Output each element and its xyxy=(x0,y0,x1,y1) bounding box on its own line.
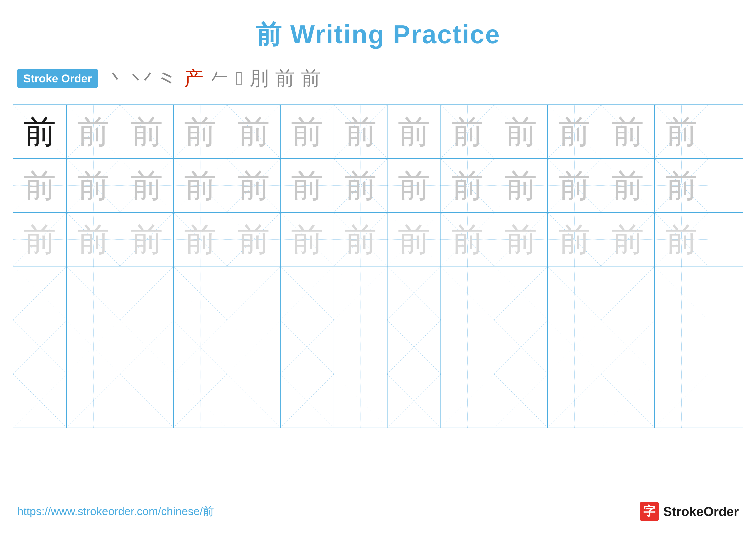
grid-cell-4-12[interactable]: 前 xyxy=(655,320,708,374)
practice-character: 前 xyxy=(24,169,56,202)
footer-url[interactable]: https://www.strokeorder.com/chinese/前 xyxy=(17,504,214,519)
grid-cell-0-10[interactable]: 前 xyxy=(548,105,601,158)
grid-row-2[interactable]: 前 前 前 前 前 前 前 前 前 前 xyxy=(14,213,742,267)
grid-cell-2-10[interactable]: 前 xyxy=(548,213,601,266)
grid-row-3[interactable]: 前 前 前 前 前 前 前 前 前 前 xyxy=(14,267,742,320)
practice-character: 前 xyxy=(77,169,109,202)
grid-cell-3-9[interactable]: 前 xyxy=(494,267,548,320)
grid-cell-5-6[interactable]: 前 xyxy=(334,374,388,428)
grid-cell-1-1[interactable]: 前 xyxy=(67,159,120,212)
grid-cell-4-11[interactable]: 前 xyxy=(601,320,655,374)
grid-cell-3-1[interactable]: 前 xyxy=(67,267,120,320)
practice-character: 前 xyxy=(237,277,270,309)
grid-cell-2-6[interactable]: 前 xyxy=(334,213,388,266)
grid-row-1[interactable]: 前 前 前 前 前 前 前 前 前 前 xyxy=(14,159,742,213)
grid-cell-1-6[interactable]: 前 xyxy=(334,159,388,212)
practice-character: 前 xyxy=(398,115,430,148)
grid-cell-1-9[interactable]: 前 xyxy=(494,159,548,212)
grid-cell-3-4[interactable]: 前 xyxy=(227,267,281,320)
grid-cell-2-8[interactable]: 前 xyxy=(441,213,494,266)
grid-cell-4-1[interactable]: 前 xyxy=(67,320,120,374)
grid-cell-2-7[interactable]: 前 xyxy=(388,213,441,266)
grid-cell-2-1[interactable]: 前 xyxy=(67,213,120,266)
grid-cell-3-7[interactable]: 前 xyxy=(388,267,441,320)
grid-cell-5-7[interactable]: 前 xyxy=(388,374,441,428)
practice-character: 前 xyxy=(184,385,216,417)
grid-row-5[interactable]: 前 前 前 前 前 前 前 前 前 前 xyxy=(14,374,742,428)
grid-cell-0-9[interactable]: 前 xyxy=(494,105,548,158)
grid-cell-1-12[interactable]: 前 xyxy=(655,159,708,212)
practice-character: 前 xyxy=(184,223,216,255)
grid-cell-3-6[interactable]: 前 xyxy=(334,267,388,320)
grid-cell-0-1[interactable]: 前 xyxy=(67,105,120,158)
grid-cell-2-4[interactable]: 前 xyxy=(227,213,281,266)
grid-cell-2-9[interactable]: 前 xyxy=(494,213,548,266)
grid-cell-5-0[interactable]: 前 xyxy=(14,374,67,428)
grid-cell-5-8[interactable]: 前 xyxy=(441,374,494,428)
grid-cell-3-12[interactable]: 前 xyxy=(655,267,708,320)
grid-cell-5-2[interactable]: 前 xyxy=(120,374,174,428)
grid-cell-3-10[interactable]: 前 xyxy=(548,267,601,320)
grid-cell-0-0[interactable]: 前 xyxy=(14,105,67,158)
grid-cell-5-11[interactable]: 前 xyxy=(601,374,655,428)
grid-cell-4-0[interactable]: 前 xyxy=(14,320,67,374)
grid-cell-0-12[interactable]: 前 xyxy=(655,105,708,158)
grid-cell-3-5[interactable]: 前 xyxy=(281,267,334,320)
stroke-order-badge: Stroke Order xyxy=(17,69,98,88)
grid-cell-4-2[interactable]: 前 xyxy=(120,320,174,374)
grid-cell-1-2[interactable]: 前 xyxy=(120,159,174,212)
grid-cell-3-8[interactable]: 前 xyxy=(441,267,494,320)
practice-character: 前 xyxy=(344,385,377,417)
grid-row-0[interactable]: 前 前 前 前 前 前 前 前 前 前 xyxy=(14,105,742,159)
practice-character: 前 xyxy=(24,385,56,417)
practice-character: 前 xyxy=(344,331,377,363)
grid-cell-0-7[interactable]: 前 xyxy=(388,105,441,158)
grid-cell-0-2[interactable]: 前 xyxy=(120,105,174,158)
grid-cell-4-6[interactable]: 前 xyxy=(334,320,388,374)
practice-character: 前 xyxy=(24,115,56,148)
grid-cell-4-9[interactable]: 前 xyxy=(494,320,548,374)
grid-cell-2-3[interactable]: 前 xyxy=(174,213,227,266)
grid-cell-3-11[interactable]: 前 xyxy=(601,267,655,320)
grid-cell-2-2[interactable]: 前 xyxy=(120,213,174,266)
grid-cell-3-3[interactable]: 前 xyxy=(174,267,227,320)
grid-cell-1-5[interactable]: 前 xyxy=(281,159,334,212)
grid-cell-0-8[interactable]: 前 xyxy=(441,105,494,158)
grid-row-4[interactable]: 前 前 前 前 前 前 前 前 前 前 xyxy=(14,320,742,374)
grid-cell-0-5[interactable]: 前 xyxy=(281,105,334,158)
grid-cell-0-3[interactable]: 前 xyxy=(174,105,227,158)
grid-cell-4-5[interactable]: 前 xyxy=(281,320,334,374)
grid-cell-5-10[interactable]: 前 xyxy=(548,374,601,428)
grid-cell-4-3[interactable]: 前 xyxy=(174,320,227,374)
grid-cell-2-0[interactable]: 前 xyxy=(14,213,67,266)
practice-character: 前 xyxy=(24,277,56,309)
practice-grid: 前 前 前 前 前 前 前 前 前 前 xyxy=(13,105,743,428)
grid-cell-5-3[interactable]: 前 xyxy=(174,374,227,428)
practice-character: 前 xyxy=(451,169,484,202)
grid-cell-1-11[interactable]: 前 xyxy=(601,159,655,212)
grid-cell-4-10[interactable]: 前 xyxy=(548,320,601,374)
grid-cell-5-9[interactable]: 前 xyxy=(494,374,548,428)
practice-character: 前 xyxy=(291,385,323,417)
grid-cell-4-4[interactable]: 前 xyxy=(227,320,281,374)
grid-cell-1-0[interactable]: 前 xyxy=(14,159,67,212)
grid-cell-3-0[interactable]: 前 xyxy=(14,267,67,320)
grid-cell-2-11[interactable]: 前 xyxy=(601,213,655,266)
grid-cell-2-12[interactable]: 前 xyxy=(655,213,708,266)
grid-cell-1-4[interactable]: 前 xyxy=(227,159,281,212)
grid-cell-0-11[interactable]: 前 xyxy=(601,105,655,158)
grid-cell-1-3[interactable]: 前 xyxy=(174,159,227,212)
grid-cell-4-7[interactable]: 前 xyxy=(388,320,441,374)
grid-cell-5-4[interactable]: 前 xyxy=(227,374,281,428)
grid-cell-3-2[interactable]: 前 xyxy=(120,267,174,320)
grid-cell-1-10[interactable]: 前 xyxy=(548,159,601,212)
grid-cell-2-5[interactable]: 前 xyxy=(281,213,334,266)
grid-cell-5-12[interactable]: 前 xyxy=(655,374,708,428)
grid-cell-4-8[interactable]: 前 xyxy=(441,320,494,374)
grid-cell-0-6[interactable]: 前 xyxy=(334,105,388,158)
grid-cell-0-4[interactable]: 前 xyxy=(227,105,281,158)
grid-cell-1-7[interactable]: 前 xyxy=(388,159,441,212)
grid-cell-1-8[interactable]: 前 xyxy=(441,159,494,212)
grid-cell-5-1[interactable]: 前 xyxy=(67,374,120,428)
grid-cell-5-5[interactable]: 前 xyxy=(281,374,334,428)
